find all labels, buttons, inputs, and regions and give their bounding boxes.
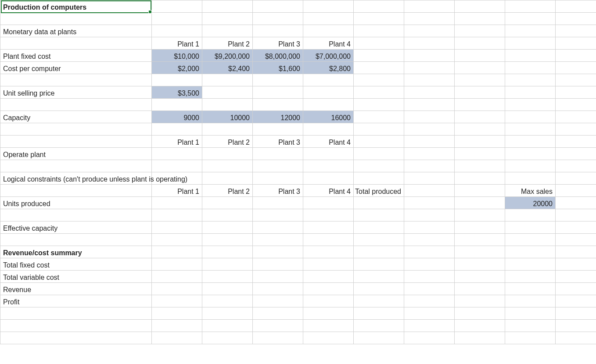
cell[interactable] bbox=[253, 283, 303, 295]
cell[interactable] bbox=[253, 0, 303, 13]
cell[interactable] bbox=[202, 271, 253, 283]
cell[interactable] bbox=[505, 295, 556, 307]
cell[interactable] bbox=[354, 221, 404, 234]
cell[interactable] bbox=[404, 258, 455, 271]
cell-cost-per-3[interactable]: $1,600 bbox=[253, 62, 303, 74]
cell[interactable] bbox=[253, 295, 303, 307]
cell[interactable] bbox=[303, 99, 354, 111]
cell[interactable] bbox=[556, 197, 596, 209]
cell[interactable] bbox=[0, 320, 152, 332]
cell[interactable] bbox=[354, 160, 404, 172]
cell[interactable] bbox=[303, 172, 354, 185]
cell[interactable] bbox=[152, 197, 202, 209]
cell[interactable] bbox=[455, 37, 505, 50]
cell[interactable] bbox=[253, 307, 303, 320]
cell[interactable] bbox=[354, 320, 404, 332]
cell[interactable] bbox=[354, 0, 404, 13]
cell[interactable] bbox=[0, 332, 152, 344]
cell[interactable] bbox=[202, 0, 253, 13]
cell[interactable] bbox=[404, 99, 455, 111]
cell-plant-header-4[interactable]: Plant 4 bbox=[303, 37, 354, 50]
cell[interactable] bbox=[455, 62, 505, 74]
cell[interactable] bbox=[404, 111, 455, 123]
cell[interactable] bbox=[455, 320, 505, 332]
cell[interactable] bbox=[455, 136, 505, 148]
cell[interactable] bbox=[556, 283, 596, 295]
cell[interactable] bbox=[455, 99, 505, 111]
cell-cost-per-4[interactable]: $2,800 bbox=[303, 62, 354, 74]
cell[interactable] bbox=[556, 307, 596, 320]
cell[interactable] bbox=[202, 74, 253, 86]
cell[interactable] bbox=[152, 283, 202, 295]
cell[interactable] bbox=[556, 172, 596, 185]
cell[interactable] bbox=[303, 234, 354, 246]
cell[interactable] bbox=[404, 50, 455, 62]
cell-capacity-4[interactable]: 16000 bbox=[303, 111, 354, 123]
cell[interactable] bbox=[404, 209, 455, 221]
cell[interactable] bbox=[354, 209, 404, 221]
cell[interactable] bbox=[505, 148, 556, 160]
cell[interactable] bbox=[354, 136, 404, 148]
cell[interactable] bbox=[152, 295, 202, 307]
cell[interactable] bbox=[354, 307, 404, 320]
cell-plant-header-b-4[interactable]: Plant 4 bbox=[303, 136, 354, 148]
cell[interactable] bbox=[152, 209, 202, 221]
cell[interactable] bbox=[404, 332, 455, 344]
spreadsheet-grid[interactable]: Production of computers Monetary data at… bbox=[0, 0, 596, 344]
cell[interactable] bbox=[455, 13, 505, 25]
cell[interactable] bbox=[152, 258, 202, 271]
cell-label-revenue[interactable]: Revenue bbox=[0, 283, 152, 295]
cell[interactable] bbox=[505, 25, 556, 37]
cell-fixed-cost-3[interactable]: $8,000,000 bbox=[253, 50, 303, 62]
cell[interactable] bbox=[253, 258, 303, 271]
cell[interactable] bbox=[354, 25, 404, 37]
cell[interactable] bbox=[404, 172, 455, 185]
cell[interactable] bbox=[505, 111, 556, 123]
cell[interactable] bbox=[303, 295, 354, 307]
cell[interactable] bbox=[556, 271, 596, 283]
cell[interactable] bbox=[556, 99, 596, 111]
cell[interactable] bbox=[253, 148, 303, 160]
cell[interactable] bbox=[253, 86, 303, 99]
cell[interactable] bbox=[455, 25, 505, 37]
cell[interactable] bbox=[404, 74, 455, 86]
cell-title[interactable]: Production of computers bbox=[0, 0, 152, 13]
cell[interactable] bbox=[354, 148, 404, 160]
cell-plant-header-3[interactable]: Plant 3 bbox=[253, 37, 303, 50]
cell[interactable] bbox=[202, 332, 253, 344]
cell[interactable] bbox=[455, 197, 505, 209]
cell[interactable] bbox=[404, 320, 455, 332]
cell[interactable] bbox=[253, 246, 303, 258]
cell[interactable] bbox=[404, 136, 455, 148]
cell[interactable] bbox=[505, 50, 556, 62]
cell[interactable] bbox=[253, 160, 303, 172]
cell[interactable] bbox=[152, 160, 202, 172]
cell[interactable] bbox=[0, 160, 152, 172]
cell[interactable] bbox=[556, 221, 596, 234]
cell[interactable] bbox=[354, 295, 404, 307]
cell[interactable] bbox=[505, 13, 556, 25]
cell-label-operate[interactable]: Operate plant bbox=[0, 148, 152, 160]
cell[interactable] bbox=[152, 0, 202, 13]
cell[interactable] bbox=[354, 62, 404, 74]
cell[interactable] bbox=[303, 0, 354, 13]
cell-fixed-cost-1[interactable]: $10,000 bbox=[152, 50, 202, 62]
cell[interactable] bbox=[455, 185, 505, 197]
cell[interactable] bbox=[0, 136, 152, 148]
cell[interactable] bbox=[455, 172, 505, 185]
cell[interactable] bbox=[202, 172, 253, 185]
cell[interactable] bbox=[354, 246, 404, 258]
cell[interactable] bbox=[455, 307, 505, 320]
cell[interactable] bbox=[505, 320, 556, 332]
cell[interactable] bbox=[404, 246, 455, 258]
cell[interactable] bbox=[253, 332, 303, 344]
cell-max-sales-value[interactable]: 20000 bbox=[505, 197, 556, 209]
cell[interactable] bbox=[202, 123, 253, 136]
cell-plant-header-1[interactable]: Plant 1 bbox=[152, 37, 202, 50]
cell[interactable] bbox=[354, 74, 404, 86]
cell[interactable] bbox=[404, 197, 455, 209]
cell[interactable] bbox=[0, 307, 152, 320]
cell-label-units-produced[interactable]: Units produced bbox=[0, 197, 152, 209]
cell[interactable] bbox=[253, 197, 303, 209]
cell-plant-header-c-2[interactable]: Plant 2 bbox=[202, 185, 253, 197]
